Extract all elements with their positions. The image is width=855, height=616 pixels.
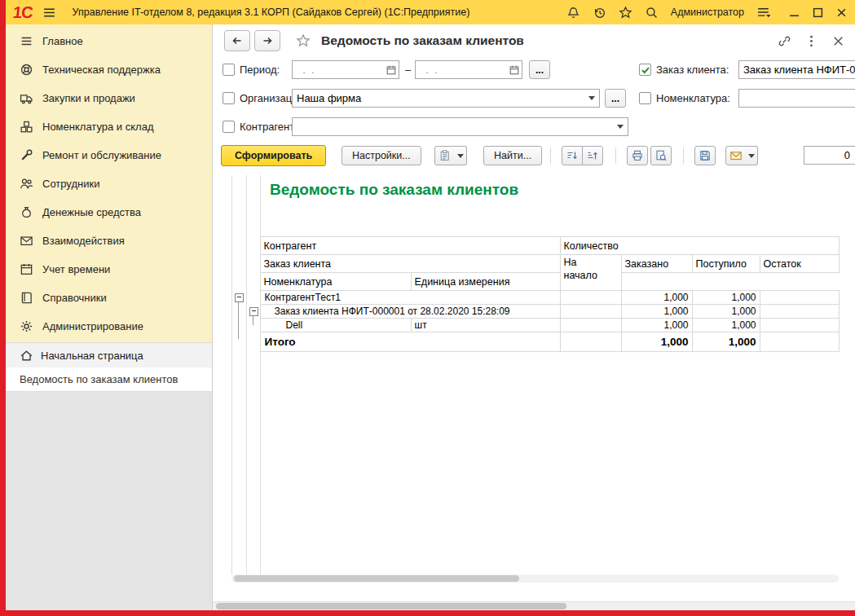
report-toolbar: Сформировать Настройки... Найти... — [213, 145, 855, 169]
find-button[interactable]: Найти... — [483, 146, 542, 165]
sidebar-item-nomenclature-warehouse[interactable]: Номенклатура и склад — [6, 112, 212, 141]
customer-order-field — [738, 60, 855, 79]
history-icon[interactable] — [593, 6, 606, 20]
header-row-3: Номенклатура Единица измерения — [231, 273, 839, 291]
sidebar-item-label: Закупки и продажи — [42, 92, 135, 104]
sidebar-item-label: Денежные средства — [42, 206, 141, 218]
maximize-icon[interactable] — [813, 7, 823, 18]
close-form-icon[interactable] — [831, 34, 845, 48]
main-menu-icon[interactable] — [42, 6, 56, 20]
received-cell: 1,000 — [692, 305, 760, 319]
table-row[interactable]: Заказ клиента НФИТ-000001 от 28.02.2020 … — [231, 305, 839, 319]
period-more-button[interactable]: ... — [529, 60, 550, 79]
remainder-cell — [760, 319, 839, 332]
add-to-favorites-star-icon[interactable] — [296, 33, 311, 48]
more-actions-icon[interactable] — [804, 34, 818, 48]
customer-order-checkbox[interactable] — [639, 64, 651, 76]
table-row[interactable]: Dell шт 1,000 1,000 — [231, 319, 839, 332]
sidebar-item-interactions[interactable]: Взаимодействия — [6, 227, 212, 255]
current-user[interactable]: Администратор — [671, 7, 744, 18]
sidebar-item-money[interactable]: Денежные средства — [6, 198, 212, 227]
sidebar-item-main[interactable]: Главное — [6, 27, 212, 55]
menu-icon — [20, 34, 33, 48]
report-scrollbar-thumb[interactable] — [234, 575, 519, 582]
sidebar-item-catalogs[interactable]: Справочники — [6, 284, 212, 312]
period-checkbox[interactable] — [223, 64, 235, 76]
table-row[interactable]: КонтрагентТест1 1,000 1,000 — [231, 291, 839, 305]
minimize-icon[interactable] — [789, 7, 800, 18]
form-header: Ведомость по заказам клиентов — [213, 24, 855, 57]
sort-ascending-button[interactable] — [582, 146, 603, 165]
remainder-cell — [760, 305, 839, 319]
report-variants-button[interactable] — [434, 146, 456, 165]
print-button[interactable] — [627, 146, 648, 165]
ordered-cell: 1,000 — [621, 319, 692, 332]
bottom-red-border — [0, 610, 855, 616]
search-icon[interactable] — [645, 6, 659, 20]
sort-descending-button[interactable] — [562, 146, 583, 165]
nomenclature-input[interactable] — [739, 90, 855, 107]
send-email-button[interactable] — [725, 146, 747, 165]
nomenclature-checkbox[interactable] — [639, 92, 651, 104]
counterparty-input[interactable] — [293, 118, 612, 135]
home-icon — [20, 349, 33, 363]
organization-checkbox[interactable] — [223, 92, 235, 104]
money-bag-icon — [20, 205, 33, 219]
print-preview-button[interactable] — [650, 146, 672, 165]
application-window: 1С Управление IT-отделом 8, редакция 3.1… — [0, 0, 855, 616]
collapse-group-icon[interactable] — [235, 293, 244, 302]
calendar-icon[interactable] — [383, 61, 399, 78]
calendar-icon — [20, 262, 33, 276]
favorites-star-icon[interactable] — [619, 6, 632, 20]
sidebar-item-repair-service[interactable]: Ремонт и обслуживание — [6, 141, 212, 169]
sidebar-item-administration[interactable]: Администрирование — [6, 312, 212, 341]
counterparty-checkbox[interactable] — [223, 121, 235, 133]
period-to-input[interactable] — [416, 61, 506, 78]
close-window-icon[interactable] — [836, 7, 847, 18]
save-button[interactable] — [694, 146, 716, 165]
total-remainder-cell — [760, 332, 839, 352]
report-variants-dropdown[interactable] — [455, 146, 467, 165]
customer-order-input[interactable] — [739, 61, 855, 78]
column-header-initial: На начало — [560, 255, 621, 291]
generate-button[interactable]: Сформировать — [221, 145, 326, 166]
column-header-nomenclature: Номенклатура — [260, 273, 411, 291]
initial-cell — [560, 319, 621, 332]
sidebar-item-purchases-sales[interactable]: Закупки и продажи — [6, 84, 212, 112]
nomenclature-field — [738, 89, 855, 108]
counterparty-label: Контрагент: — [240, 117, 297, 136]
get-link-icon[interactable] — [778, 34, 791, 48]
forward-button[interactable] — [254, 30, 280, 51]
settings-button[interactable]: Настройки... — [342, 146, 421, 165]
back-button[interactable] — [224, 30, 250, 51]
lifebuoy-icon — [20, 63, 33, 77]
autosum-field[interactable] — [804, 146, 855, 165]
organization-input[interactable] — [293, 90, 584, 107]
calendar-icon[interactable] — [506, 61, 522, 78]
form-scrollbar-thumb[interactable] — [216, 603, 566, 609]
open-form-tab[interactable]: Ведомость по заказам клиентов — [6, 367, 212, 392]
period-from-input[interactable] — [293, 61, 383, 78]
home-page-tab[interactable]: Начальная страница — [6, 342, 212, 367]
sidebar-item-label: Техническая поддержка — [42, 64, 161, 76]
organization-more-button[interactable]: ... — [605, 89, 626, 108]
wrench-icon — [20, 148, 33, 162]
report-title: Ведомость по заказам клиентов — [270, 181, 518, 199]
chevron-down-icon[interactable] — [584, 90, 599, 107]
spreadsheet-gridline — [246, 175, 247, 574]
envelope-icon — [20, 234, 33, 248]
sidebar-item-employees[interactable]: Сотрудники — [6, 169, 212, 198]
gear-icon — [20, 319, 33, 333]
notifications-bell-icon[interactable] — [566, 6, 580, 20]
sidebar-item-time-tracking[interactable]: Учет времени — [6, 255, 212, 284]
column-header-customer-order: Заказ клиента — [260, 255, 560, 273]
1c-logo: 1С — [11, 0, 33, 24]
service-menu-icon[interactable] — [756, 6, 772, 20]
column-header-ordered: Заказано — [621, 255, 692, 273]
period-dash: – — [405, 60, 411, 79]
collapse-group-icon[interactable] — [249, 307, 258, 316]
send-email-dropdown[interactable] — [746, 146, 758, 165]
sidebar-item-tech-support[interactable]: Техническая поддержка — [6, 55, 212, 84]
sidebar-item-label: Взаимодействия — [42, 235, 125, 247]
chevron-down-icon[interactable] — [612, 118, 628, 135]
